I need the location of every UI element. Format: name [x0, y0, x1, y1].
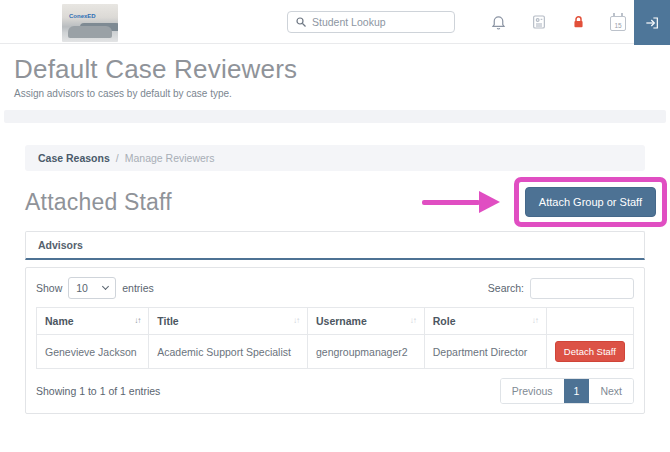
cell-username: gengroupmanager2: [307, 335, 424, 369]
logout-icon: [644, 15, 660, 31]
table-search-input[interactable]: [530, 278, 634, 299]
tab-advisors[interactable]: Advisors: [25, 231, 645, 260]
breadcrumb-manage-reviewers: Manage Reviewers: [125, 152, 215, 164]
breadcrumb: Case Reasons / Manage Reviewers: [25, 145, 645, 171]
table-controls-row: Show 10 entries Search:: [36, 277, 634, 299]
attached-staff-table-card: Show 10 entries Search: Name ↓↑ Title: [25, 267, 645, 414]
column-label: Role: [433, 315, 456, 327]
logo-photo-shape: [68, 26, 112, 38]
detach-staff-button[interactable]: Detach Staff: [555, 341, 625, 362]
pagination-next[interactable]: Next: [589, 379, 633, 403]
search-icon: [295, 16, 307, 28]
pagination-previous[interactable]: Previous: [501, 379, 564, 403]
lock-icon[interactable]: [570, 14, 587, 31]
column-header-username[interactable]: Username ↓↑: [307, 308, 424, 335]
attached-staff-heading-row: Attached Staff Attach Group or Staff: [25, 175, 645, 229]
breadcrumb-case-reasons[interactable]: Case Reasons: [38, 152, 110, 164]
table-header-row: Name ↓↑ Title ↓↑ Username ↓↑ Role ↓↑: [37, 308, 634, 335]
entries-label: entries: [122, 282, 154, 294]
annotation-arrow-shaft: [422, 200, 480, 205]
page-size-dropdown[interactable]: 10: [68, 277, 116, 299]
show-label: Show: [36, 282, 62, 294]
cell-name: Genevieve Jackson: [37, 335, 149, 369]
sort-icon: ↓↑: [410, 316, 416, 325]
attached-staff-table: Name ↓↑ Title ↓↑ Username ↓↑ Role ↓↑: [36, 307, 634, 369]
student-lookup-search[interactable]: [287, 11, 455, 33]
calendar-icon[interactable]: 15: [610, 16, 626, 31]
page-size-value: 10: [76, 282, 88, 294]
tab-advisors-label: Advisors: [38, 239, 83, 251]
section-divider-band: [4, 110, 666, 123]
chevron-down-icon: [102, 283, 109, 290]
annotation-highlight-box: Attach Group or Staff: [514, 177, 667, 227]
table-search-label: Search:: [488, 282, 524, 294]
logo-text: ConexED: [69, 13, 96, 19]
table-row: Genevieve Jackson Academic Support Speci…: [37, 335, 634, 369]
sort-icon: ↓↑: [532, 316, 538, 325]
sort-icon: ↓↑: [134, 316, 140, 325]
table-footer: Showing 1 to 1 of 1 entries Previous 1 N…: [36, 378, 634, 404]
cell-title: Academic Support Specialist: [149, 335, 308, 369]
column-header-title[interactable]: Title ↓↑: [149, 308, 308, 335]
calendar-day-number: 15: [614, 21, 621, 30]
breadcrumb-separator: /: [116, 152, 119, 164]
cell-role: Department Director: [424, 335, 546, 369]
logout-button[interactable]: [634, 0, 670, 45]
table-summary: Showing 1 to 1 of 1 entries: [36, 385, 160, 397]
search-input[interactable]: [312, 16, 447, 28]
logo-image[interactable]: ConexED: [62, 4, 118, 42]
pagination: Previous 1 Next: [500, 378, 634, 404]
cell-actions: Detach Staff: [546, 335, 633, 369]
column-label: Username: [316, 315, 367, 327]
id-badge-icon[interactable]: [530, 14, 547, 31]
table-search-controls: Search:: [488, 278, 634, 299]
attach-group-or-staff-button[interactable]: Attach Group or Staff: [525, 187, 656, 217]
pagination-page-1[interactable]: 1: [564, 379, 590, 403]
attached-staff-heading: Attached Staff: [25, 189, 172, 216]
column-header-role[interactable]: Role ↓↑: [424, 308, 546, 335]
page-title-block: Default Case Reviewers Assign advisors t…: [0, 44, 670, 99]
column-label: Name: [45, 315, 74, 327]
annotation-arrow-head: [479, 191, 500, 213]
page-size-controls: Show 10 entries: [36, 277, 154, 299]
topbar-icon-group: 15: [490, 0, 626, 44]
annotation-arrow: [422, 191, 500, 213]
column-label: Title: [157, 315, 178, 327]
column-header-actions: [546, 308, 633, 335]
page-subtitle: Assign advisors to cases by default by c…: [14, 88, 656, 99]
sort-icon: ↓↑: [293, 316, 299, 325]
bell-icon[interactable]: [490, 14, 507, 31]
column-header-name[interactable]: Name ↓↑: [37, 308, 149, 335]
page-title: Default Case Reviewers: [14, 54, 656, 85]
top-header-bar: ConexED: [0, 0, 670, 44]
